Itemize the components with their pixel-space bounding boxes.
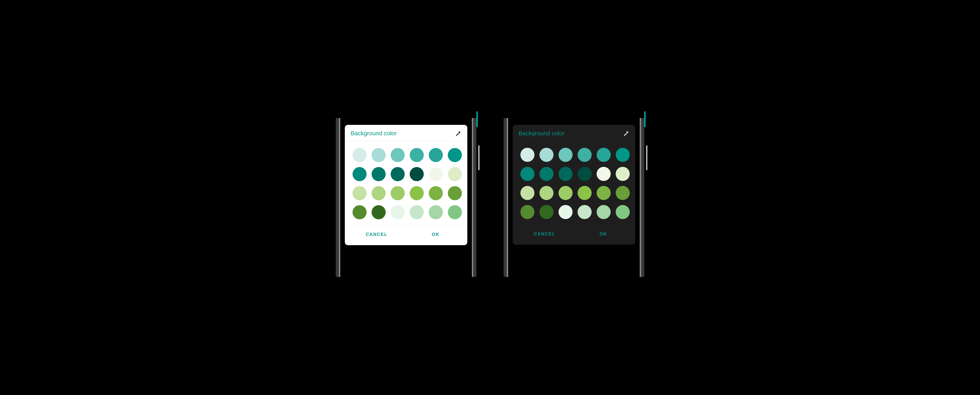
color-swatch[interactable]	[410, 186, 424, 200]
color-swatch[interactable]	[448, 148, 462, 162]
color-swatch[interactable]	[539, 167, 554, 181]
cancel-button[interactable]: CANCEL	[515, 229, 574, 239]
color-swatch[interactable]	[578, 205, 592, 219]
dialog-title: Background color	[519, 130, 565, 137]
color-swatch[interactable]	[578, 167, 592, 181]
color-swatch[interactable]	[372, 148, 386, 162]
color-swatch[interactable]	[391, 186, 405, 200]
color-swatch[interactable]	[616, 148, 630, 162]
color-swatch[interactable]	[616, 186, 630, 200]
color-swatch[interactable]	[520, 205, 535, 219]
phone-light: Background color CANCEL OK	[336, 118, 476, 277]
eyedropper-icon[interactable]	[455, 130, 461, 137]
color-swatch[interactable]	[353, 148, 367, 162]
cancel-button[interactable]: CANCEL	[347, 229, 406, 239]
color-picker-dialog-light: Background color CANCEL OK	[345, 125, 467, 245]
color-swatch[interactable]	[520, 186, 535, 200]
color-swatch[interactable]	[391, 148, 405, 162]
color-swatch[interactable]	[410, 205, 424, 219]
color-swatch[interactable]	[578, 148, 592, 162]
dialog-footer: CANCEL OK	[513, 225, 635, 245]
color-swatch[interactable]	[539, 186, 554, 200]
ok-button[interactable]: OK	[574, 229, 633, 239]
color-swatch[interactable]	[597, 167, 611, 181]
dialog-footer: CANCEL OK	[345, 225, 467, 245]
color-swatch[interactable]	[520, 167, 535, 181]
color-swatch[interactable]	[410, 167, 424, 181]
color-swatch[interactable]	[520, 148, 535, 162]
color-swatch[interactable]	[391, 205, 405, 219]
color-swatch[interactable]	[558, 148, 573, 162]
color-swatch[interactable]	[558, 205, 573, 219]
ok-button[interactable]: OK	[406, 229, 465, 239]
color-swatch[interactable]	[539, 205, 554, 219]
dialog-title: Background color	[351, 130, 396, 137]
color-swatch[interactable]	[597, 186, 611, 200]
color-swatch[interactable]	[597, 148, 611, 162]
color-picker-dialog-dark: Background color CANCEL OK	[513, 125, 635, 245]
color-swatch[interactable]	[429, 186, 443, 200]
color-swatch[interactable]	[448, 186, 462, 200]
color-swatch[interactable]	[429, 167, 443, 181]
color-swatch[interactable]	[391, 167, 405, 181]
swatch-grid	[513, 141, 635, 225]
color-swatch[interactable]	[578, 186, 592, 200]
color-swatch[interactable]	[429, 205, 443, 219]
swatch-grid	[345, 141, 467, 225]
color-swatch[interactable]	[448, 167, 462, 181]
color-swatch[interactable]	[372, 205, 386, 219]
color-swatch[interactable]	[353, 205, 367, 219]
color-swatch[interactable]	[558, 167, 573, 181]
dialog-header: Background color	[345, 125, 467, 141]
color-swatch[interactable]	[353, 167, 367, 181]
eyedropper-icon[interactable]	[623, 130, 629, 137]
color-swatch[interactable]	[353, 186, 367, 200]
color-swatch[interactable]	[539, 148, 554, 162]
color-swatch[interactable]	[616, 167, 630, 181]
color-swatch[interactable]	[558, 186, 573, 200]
color-swatch[interactable]	[616, 205, 630, 219]
dialog-header: Background color	[513, 125, 635, 141]
color-swatch[interactable]	[429, 148, 443, 162]
color-swatch[interactable]	[410, 148, 424, 162]
color-swatch[interactable]	[448, 205, 462, 219]
phone-dark: Background color CANCEL OK	[504, 118, 644, 277]
color-swatch[interactable]	[597, 205, 611, 219]
color-swatch[interactable]	[372, 167, 386, 181]
color-swatch[interactable]	[372, 186, 386, 200]
